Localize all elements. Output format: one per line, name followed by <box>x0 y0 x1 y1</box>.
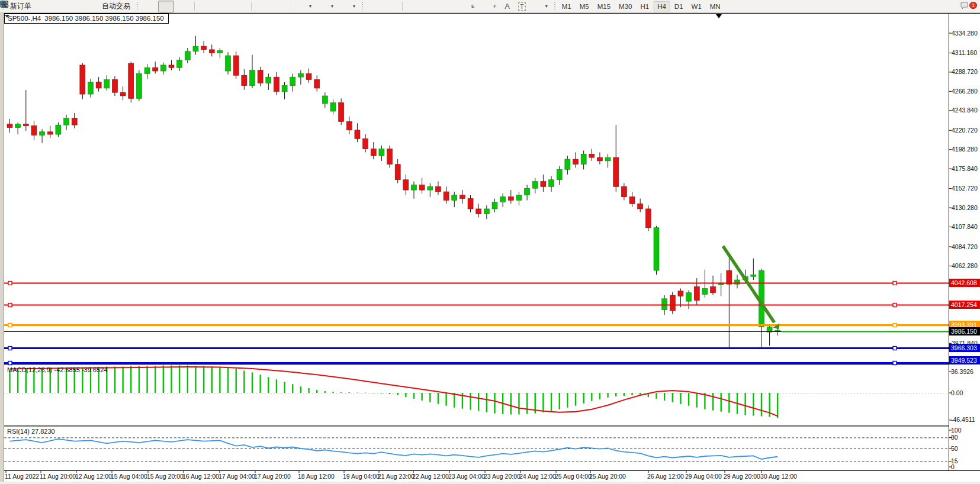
price-tick-label: 4062.280 <box>952 262 978 269</box>
zoom-in-button[interactable] <box>198 1 214 12</box>
rsi-scale-label: 50 <box>951 445 958 452</box>
new-order-button[interactable]: 新订单 <box>7 1 35 12</box>
candle-body <box>379 149 384 156</box>
periods-button[interactable]: ▾ <box>316 1 337 12</box>
channel-tool-button[interactable]: E <box>457 1 478 12</box>
timeframe-h4[interactable]: H4 <box>653 1 670 12</box>
candle-body <box>468 199 473 209</box>
time-axis-label: 11 Aug 20:00 <box>40 473 76 480</box>
zoom-out-button[interactable] <box>215 1 231 12</box>
dropdown-caret-icon: ▾ <box>331 4 333 9</box>
arrows-tool-button[interactable]: ▾ <box>531 1 551 12</box>
candle-body <box>476 209 481 214</box>
rsi-scale-label: 100 <box>951 427 962 434</box>
candle-body <box>47 132 53 134</box>
signals-button[interactable] <box>70 1 86 12</box>
cursor-tool-button[interactable] <box>366 1 382 12</box>
macd-signal-line <box>10 367 778 416</box>
candle-body <box>727 270 732 284</box>
time-axis-label: 12 Aug 12:00 <box>75 473 112 480</box>
candlestick-mode-button[interactable] <box>158 1 174 12</box>
level-anchor <box>8 282 12 285</box>
search-button[interactable] <box>942 1 958 12</box>
fibonacci-letter: F <box>493 4 496 9</box>
trendline-tool-button[interactable] <box>440 1 456 12</box>
time-axis-label: 15 Aug 20:00 <box>147 473 184 480</box>
candle-body <box>298 73 303 77</box>
candle-body <box>322 96 327 104</box>
toolbar-drag-handle[interactable] <box>361 2 364 11</box>
auto-scroll-button[interactable] <box>255 1 271 12</box>
candle-body <box>428 186 433 190</box>
text-tool-button[interactable]: A <box>501 1 513 12</box>
timeframe-m30[interactable]: M30 <box>615 1 636 12</box>
price-tick-label: 4084.720 <box>952 243 978 250</box>
candle-body <box>573 159 579 164</box>
candle-body <box>306 73 311 79</box>
level-price-badge: 3949.523 <box>949 356 980 364</box>
templates-button[interactable]: ▾ <box>338 1 359 12</box>
bar-chart-mode-button[interactable] <box>141 1 157 12</box>
level-anchor <box>8 362 12 365</box>
candle-body <box>492 202 497 209</box>
new-order-label: 新订单 <box>10 1 31 11</box>
level-anchor <box>893 282 897 285</box>
rsi-scale-label: 80 <box>951 434 958 441</box>
level-anchor <box>893 347 897 350</box>
text-label-tool-button[interactable]: T <box>515 1 529 12</box>
candle-body <box>403 180 409 190</box>
dropdown-caret-icon: ▾ <box>545 4 548 9</box>
horizontal-line-tool-button[interactable] <box>423 1 439 12</box>
candle-body <box>605 157 611 161</box>
candle-body <box>565 159 570 169</box>
vertical-line-tool-button[interactable] <box>406 1 422 12</box>
line-chart-icon <box>179 2 188 11</box>
time-axis-label: 29 Aug 04:00 <box>685 473 722 480</box>
candle-body <box>435 186 441 192</box>
crosshair-tool-button[interactable] <box>383 1 399 12</box>
time-axis-label: 21 Aug 23:00 <box>378 473 415 480</box>
add-indicator-button[interactable]: ▾ <box>294 1 315 12</box>
price-tick-label: 4152.720 <box>952 185 978 192</box>
text-label-letter: T <box>518 2 526 11</box>
tile-windows-icon <box>236 2 245 11</box>
candle-body <box>193 46 198 51</box>
price-tick-label: 4107.840 <box>952 223 978 230</box>
price-tick-label: 4266.280 <box>952 88 978 95</box>
candle-body <box>64 118 69 125</box>
time-axis-label: 25 Aug 20:00 <box>589 473 626 480</box>
timeframe-mn[interactable]: MN <box>706 1 725 12</box>
timeframe-m15[interactable]: M15 <box>593 1 615 12</box>
chart-title-bar[interactable]: SP500-,H4 3986.150 3986.150 3986.150 398… <box>4 14 169 24</box>
candle-body <box>419 185 425 190</box>
tile-windows-button[interactable] <box>232 1 248 12</box>
candle-body <box>226 56 231 71</box>
down-arrow-head <box>773 323 780 329</box>
fibonacci-tool-button[interactable]: F <box>479 1 500 12</box>
candle-body <box>751 275 756 276</box>
timeframe-w1[interactable]: W1 <box>687 1 706 12</box>
timeframe-m5[interactable]: M5 <box>576 1 593 12</box>
candle-body <box>678 291 683 296</box>
price-list-button[interactable] <box>36 1 52 12</box>
timeframe-m1[interactable]: M1 <box>558 1 576 12</box>
candle-body <box>654 228 659 270</box>
chart-shift-button[interactable] <box>272 1 288 12</box>
chart-canvas[interactable] <box>0 0 980 484</box>
price-tick-label: 4288.720 <box>952 68 978 75</box>
toolbar-drag-handle[interactable] <box>136 2 139 11</box>
candle-body <box>387 149 393 164</box>
candle-body <box>233 56 239 75</box>
candle-body <box>96 82 101 88</box>
market-watch-button[interactable] <box>53 1 69 12</box>
notifications-button[interactable]: 1 <box>959 1 975 12</box>
candle-body <box>314 80 320 88</box>
price-tick-label: 4220.720 <box>952 127 978 134</box>
time-axis-label: 24 Aug 12:00 <box>519 473 556 480</box>
auto-trading-button[interactable]: 自动交易 <box>88 1 134 12</box>
line-chart-mode-button[interactable] <box>175 1 191 12</box>
timeframe-d1[interactable]: D1 <box>670 1 687 12</box>
toolbar-drag-handle[interactable] <box>554 2 556 11</box>
timeframe-h1[interactable]: H1 <box>636 1 653 12</box>
time-axis-label: 30 Aug 12:00 <box>760 473 797 480</box>
